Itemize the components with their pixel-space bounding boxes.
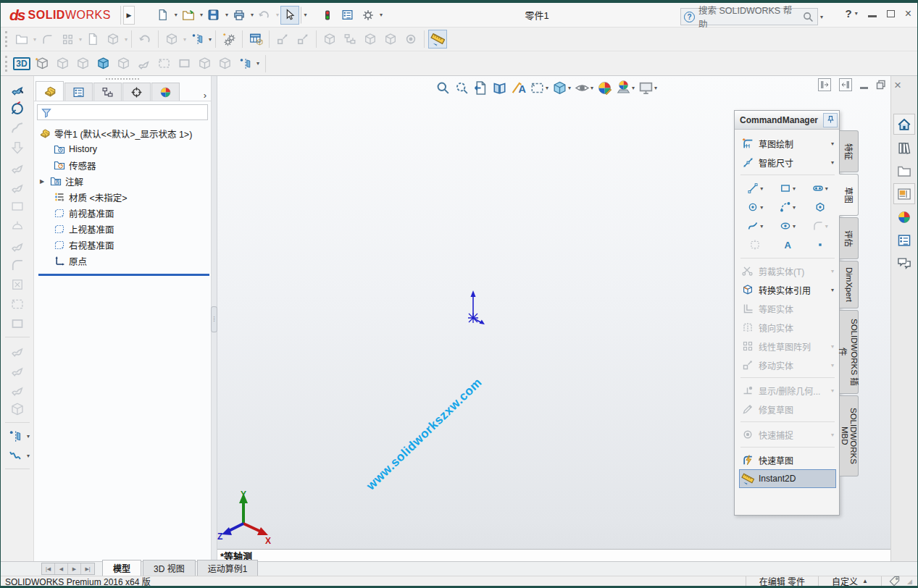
cmd-sketch[interactable]: 草图绘制▾ (739, 134, 836, 153)
options-gear-button[interactable] (359, 6, 377, 25)
assembly-features-button[interactable] (381, 30, 400, 49)
file-explorer-button[interactable] (893, 160, 915, 181)
edit-document-button[interactable] (83, 30, 102, 49)
zoom-to-area-button[interactable] (454, 78, 470, 97)
design-library-button[interactable] (893, 137, 915, 158)
save-dropdown-arrow[interactable]: ▾ (225, 12, 228, 18)
offset-surface-button[interactable] (7, 237, 28, 254)
appearances-scenes-button[interactable] (893, 206, 915, 227)
tabs-overflow-button[interactable]: › (204, 90, 206, 101)
swept-surface-button[interactable] (7, 80, 28, 98)
point-tool[interactable] (804, 236, 836, 253)
window-close-button[interactable]: × (894, 79, 901, 91)
collision-check-button[interactable] (320, 30, 339, 49)
three-point-arc-tool[interactable]: ▾ (772, 198, 804, 216)
options-dropdown-arrow[interactable]: ▾ (380, 12, 383, 18)
collapse-right-pane-button[interactable] (839, 78, 852, 91)
tree-item-top-plane[interactable]: 上视基准面 (38, 221, 209, 237)
tag-button[interactable] (881, 576, 907, 586)
tab-configurationmanager[interactable] (93, 83, 122, 101)
tab-sketch[interactable]: 草图 (839, 174, 859, 216)
apply-scene-button[interactable]: ▾ (615, 78, 635, 97)
untrim-surface-button[interactable] (7, 381, 28, 398)
component-preview-button[interactable] (162, 30, 181, 49)
tab-dimxpertmanager[interactable] (151, 83, 180, 101)
cube-feature-button[interactable] (114, 54, 133, 73)
tab-features[interactable]: 特征 (840, 130, 859, 172)
tile-windows-button[interactable] (58, 30, 77, 49)
circle-tool[interactable]: ▾ (739, 198, 772, 216)
tree-item-material[interactable]: 材质 <未指定> (38, 189, 209, 205)
tab-featuremanager[interactable] (36, 81, 64, 101)
select-dropdown-arrow[interactable]: ▾ (301, 7, 309, 24)
rollback-bar[interactable] (38, 274, 209, 276)
tree-item-history[interactable]: History (38, 141, 209, 157)
sheet-feature-button[interactable] (154, 54, 173, 73)
edit-appearance-button[interactable] (596, 78, 613, 97)
make-drawing-button[interactable] (12, 30, 31, 49)
trim-surface-button[interactable] (7, 361, 28, 379)
custom-properties-button[interactable] (893, 230, 915, 251)
maximize-button[interactable] (887, 10, 895, 17)
help-dropdown-arrow[interactable]: ▾ (855, 10, 858, 17)
planar-surface-button[interactable] (7, 198, 28, 215)
smart-mate-button[interactable] (293, 30, 312, 49)
3d-sketch-button[interactable]: 3D (12, 54, 31, 73)
zoom-to-fit-button[interactable] (435, 78, 451, 97)
cmd-quick-snaps[interactable]: 快速捕捉▾ (739, 425, 836, 444)
annotation-view-button[interactable] (510, 78, 527, 97)
select-cursor-button[interactable] (280, 6, 299, 25)
cmd-repair-sketch[interactable]: 修复草图 (739, 400, 836, 419)
tree-item-sensors[interactable]: 传感器 (38, 157, 209, 173)
window-restore-button[interactable] (876, 80, 886, 90)
feature-tree-filter-input[interactable] (37, 104, 208, 120)
section-view-button[interactable] (491, 78, 508, 97)
sketch-text-tool[interactable]: A (772, 236, 804, 253)
new-dropdown-arrow[interactable]: ▾ (175, 12, 178, 18)
cmd-trim-entities[interactable]: 剪裁实体(T)▾ (739, 261, 836, 280)
print-dropdown-arrow[interactable]: ▾ (251, 12, 254, 18)
filled-surface-button[interactable] (7, 178, 28, 196)
tab-dimxpert[interactable]: DimXpert (840, 261, 859, 308)
wedge-feature-button[interactable] (134, 54, 153, 73)
tab-solidworks-mbd[interactable]: SOLIDWORKS MBD (840, 395, 859, 476)
tab-displaymanager[interactable] (122, 83, 151, 101)
export-model-button[interactable]: * (33, 54, 51, 73)
reference-geometry-dropdown[interactable]: ▾ (27, 433, 30, 440)
cmd-smart-dimension[interactable]: 智能尺寸▾ (739, 153, 836, 172)
mirror-plane-button[interactable] (188, 30, 206, 49)
expand-arrow-icon[interactable]: ▶ (38, 178, 46, 185)
splitter-handle[interactable]: ⁞ (211, 306, 217, 332)
boundary-surface-button[interactable] (7, 159, 28, 176)
publish-button[interactable] (104, 30, 122, 49)
sketch-fillet-tool[interactable]: ▾ (804, 217, 836, 235)
view-settings-button[interactable]: ▾ (638, 78, 658, 97)
view-orientation-button[interactable]: ▾ (551, 78, 572, 97)
cmd-linear-sketch-pattern[interactable]: 线性草图阵列▾ (739, 337, 836, 356)
help-button[interactable]: ? (845, 7, 851, 20)
dock-pin-icon[interactable] (823, 113, 838, 127)
tree-item-front-plane[interactable]: 前视基准面 (38, 205, 209, 221)
print-button[interactable] (230, 6, 249, 25)
tab-3d-views[interactable]: 3D 视图 (143, 560, 196, 576)
panel-splitter[interactable]: ⁞ (212, 76, 217, 561)
shaded-cube-button[interactable] (93, 54, 112, 73)
view-palette-button[interactable] (893, 183, 915, 204)
ellipse-tool[interactable]: ▾ (772, 217, 804, 235)
previous-tab-button[interactable]: ◀ (55, 563, 68, 574)
open-dropdown-arrow[interactable]: ▾ (200, 12, 203, 18)
cmd-move-entities[interactable]: 移动实体▾ (739, 356, 836, 374)
lofted-surface-button[interactable] (7, 119, 28, 137)
line-tool[interactable]: ▾ (739, 180, 772, 197)
mate-button[interactable] (273, 30, 292, 49)
motion-timer-button[interactable] (401, 30, 420, 49)
chamfer-cube-button[interactable] (215, 54, 234, 73)
display-style-button[interactable]: ▾ (574, 78, 594, 97)
tree-item-origin[interactable]: 原点 (38, 253, 209, 269)
toolbar-grip[interactable] (5, 56, 8, 72)
tab-motion-study[interactable]: 运动算例1 (197, 560, 259, 576)
tree-root-part[interactable]: 零件1 (默认<<默认>_显示状态 1>) (38, 125, 209, 141)
polygon-tool[interactable] (804, 198, 836, 216)
frame-feature-button[interactable] (175, 54, 193, 73)
curves-button[interactable] (4, 447, 26, 464)
